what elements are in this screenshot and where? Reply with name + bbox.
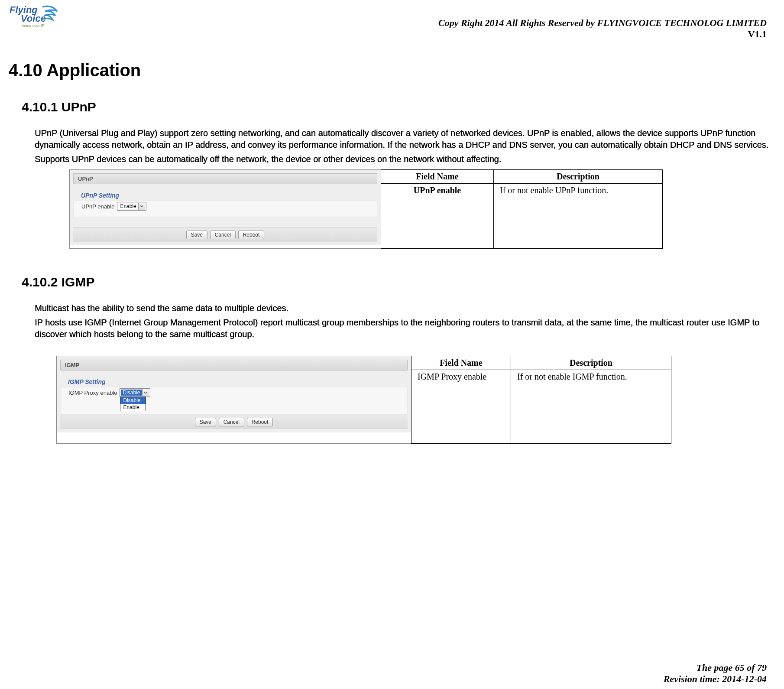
cancel-button[interactable]: Cancel bbox=[210, 231, 236, 239]
cancel-button[interactable]: Cancel bbox=[219, 418, 244, 426]
igmp-row: IGMP IGMP Setting IGMP Proxy enable Disa… bbox=[56, 356, 775, 444]
igmp-field-row: IGMP Proxy enable Disable Disable Enable bbox=[60, 387, 408, 415]
upnp-screenshot-panel: UPnP UPnP Setting UPnP enable Enable Sav… bbox=[69, 169, 381, 249]
reboot-button[interactable]: Reboot bbox=[247, 418, 273, 426]
upnp-field-row: UPnP enable Enable bbox=[73, 201, 377, 217]
igmp-panel-subtitle: IGMP Setting bbox=[60, 374, 408, 387]
igmp-paragraph-1: Multicast has the ability to send the sa… bbox=[35, 302, 775, 314]
table-header-row: Field Name Description bbox=[411, 356, 671, 370]
upnp-enable-dropdown[interactable]: Enable bbox=[117, 202, 146, 211]
header-copyright-block: Copy Right 2014 All Rights Reserved by F… bbox=[438, 17, 767, 40]
upnp-desc-table: Field Name Description UPnP enable If or… bbox=[381, 169, 663, 249]
logo-tagline: Voice over IP bbox=[22, 23, 45, 28]
heading-application: 4.10 Application bbox=[9, 61, 775, 80]
logo-sub-text: Voice bbox=[21, 13, 46, 24]
content: 4.10 Application 4.10.1 UPnP UPnP (Unive… bbox=[9, 61, 775, 444]
table-header-row: Field Name Description bbox=[381, 170, 663, 184]
td-field-name: IGMP Proxy enable bbox=[411, 370, 511, 444]
logo: Flying Voice Voice over IP bbox=[9, 3, 61, 29]
td-description: If or not enable IGMP function. bbox=[511, 370, 671, 444]
igmp-screenshot-panel: IGMP IGMP Setting IGMP Proxy enable Disa… bbox=[56, 356, 411, 444]
logo-svg: Flying Voice Voice over IP bbox=[9, 3, 61, 29]
heading-upnp: 4.10.1 UPnP bbox=[22, 100, 775, 114]
version-text: V1.1 bbox=[438, 29, 767, 40]
td-description: If or not enable UPnP function. bbox=[494, 184, 663, 249]
copyright-text: Copy Right 2014 All Rights Reserved by F… bbox=[438, 17, 767, 29]
igmp-button-bar: Save Cancel Reboot bbox=[60, 415, 408, 429]
save-button[interactable]: Save bbox=[195, 418, 216, 426]
igmp-enable-dropdown[interactable]: Disable Disable Enable bbox=[120, 388, 150, 397]
reboot-button[interactable]: Reboot bbox=[238, 231, 265, 239]
revision-time: Revision time: 2014-12-04 bbox=[664, 673, 767, 685]
igmp-dropdown-options: Disable Enable bbox=[120, 396, 146, 411]
upnp-dropdown-value: Enable bbox=[118, 203, 138, 209]
upnp-panel-subtitle: UPnP Setting bbox=[73, 188, 377, 201]
chevron-down-icon bbox=[142, 389, 149, 396]
td-field-name: UPnP enable bbox=[381, 184, 494, 249]
upnp-button-bar: Save Cancel Reboot bbox=[73, 228, 377, 242]
th-field-name: Field Name bbox=[381, 170, 494, 184]
footer: The page 65 of 79 Revision time: 2014-12… bbox=[664, 662, 767, 685]
heading-igmp: 4.10.2 IGMP bbox=[22, 275, 775, 289]
igmp-paragraph-2: IP hosts use IGMP (Internet Group Manage… bbox=[35, 317, 775, 340]
igmp-panel-title: IGMP bbox=[60, 360, 408, 370]
dropdown-option-disable[interactable]: Disable bbox=[120, 397, 146, 404]
th-description: Description bbox=[494, 170, 663, 184]
dropdown-option-enable[interactable]: Enable bbox=[120, 404, 146, 411]
th-description: Description bbox=[511, 356, 671, 370]
upnp-enable-label: UPnP enable bbox=[81, 203, 114, 210]
th-field-name: Field Name bbox=[411, 356, 511, 370]
igmp-dropdown-value: Disable bbox=[121, 390, 142, 396]
upnp-row: UPnP UPnP Setting UPnP enable Enable Sav… bbox=[69, 169, 775, 249]
upnp-paragraph-1: UPnP (Universal Plug and Play) support z… bbox=[35, 127, 775, 151]
upnp-panel-title: UPnP bbox=[73, 173, 377, 184]
chevron-down-icon bbox=[138, 203, 145, 210]
save-button[interactable]: Save bbox=[186, 231, 207, 239]
igmp-enable-label: IGMP Proxy enable bbox=[68, 390, 117, 396]
table-row: IGMP Proxy enable If or not enable IGMP … bbox=[411, 370, 671, 444]
igmp-desc-table: Field Name Description IGMP Proxy enable… bbox=[411, 356, 671, 444]
table-row: UPnP enable If or not enable UPnP functi… bbox=[381, 184, 663, 249]
upnp-paragraph-2: Supports UPnP devices can be automatical… bbox=[35, 153, 775, 165]
page-number: The page 65 of 79 bbox=[664, 662, 767, 673]
